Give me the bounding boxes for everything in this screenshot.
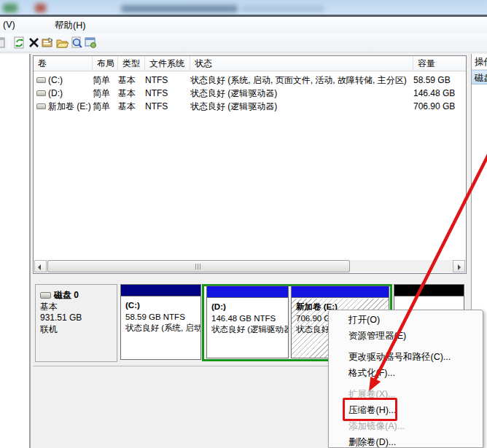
toolbar-separator (9, 36, 9, 49)
console-window-icon[interactable] (0, 36, 7, 50)
background-blur-strip (0, 0, 487, 16)
toolbar (0, 34, 487, 52)
delete-icon[interactable] (27, 36, 41, 50)
unallocated-stripe (394, 285, 464, 296)
volume-type: 基本 (118, 74, 145, 87)
partition-name: (C:) (125, 300, 200, 312)
volume-status: 状态良好 (逻辑驱动器) (190, 87, 413, 100)
column-header-capacity[interactable]: 容量 (413, 56, 466, 71)
console-tree-pane[interactable] (0, 54, 31, 448)
disk-status: 联机 (40, 324, 117, 336)
partition-name: (D:) (211, 302, 288, 313)
volume-context-menu: 打开(O) 资源管理器(E) 更改驱动器号和路径(C)... 格式化(F)...… (328, 310, 483, 448)
menu-bar: (V) 帮助(H) (0, 17, 487, 34)
logical-drive-stripe (292, 286, 389, 298)
menu-separator (348, 383, 481, 384)
disk-size: 931.51 GB (40, 313, 117, 324)
blur-blob-red (35, 4, 46, 12)
horizontal-scrollbar[interactable] (34, 260, 465, 272)
menu-item-change-drive-letter[interactable]: 更改驱动器号和路径(C)... (329, 349, 483, 365)
menu-item-view[interactable]: (V) (3, 20, 15, 30)
volume-name: (D:) (48, 88, 63, 98)
volume-capacity: 706.90 GB (413, 100, 466, 113)
open-folder-icon[interactable] (55, 36, 69, 50)
menu-item-explorer[interactable]: 资源管理器(E) (329, 328, 483, 344)
scrollbar-grip (195, 264, 202, 270)
help-search-icon[interactable] (70, 36, 84, 50)
volume-filesystem: NTFS (145, 100, 190, 113)
menu-item-format[interactable]: 格式化(F)... (329, 365, 483, 381)
shrink-volume-highlight-box (343, 398, 397, 421)
column-header-filesystem[interactable]: 文件系统 (145, 56, 190, 71)
column-header-layout[interactable]: 布局 (93, 56, 118, 71)
blur-blob-green (3, 4, 17, 12)
scroll-right-button[interactable] (453, 260, 465, 272)
volume-filesystem: NTFS (145, 87, 190, 100)
actions-pane-title: 操作 (472, 54, 487, 70)
settings-window-icon[interactable] (84, 36, 98, 50)
disk-type: 基本 (40, 302, 117, 313)
partition-status: 状态良好 (逻辑驱动器) (211, 324, 288, 336)
volume-list: 卷 布局 类型 文件系统 状态 容量 (C:) 简单 基本 NTFS 状态良好 … (33, 55, 467, 274)
menu-item-delete-volume[interactable]: 删除卷(D)... (329, 434, 483, 448)
primary-partition-stripe (121, 285, 200, 296)
scrollbar-thumb[interactable] (47, 260, 350, 272)
volume-layout: 简单 (93, 74, 118, 87)
menu-item-help[interactable]: 帮助(H) (55, 20, 85, 32)
disk-name: 磁盘 0 (54, 290, 79, 300)
volume-type: 基本 (118, 100, 145, 113)
partition-capacity: 58.59 GB NTFS (125, 312, 200, 323)
disk0-header-cell[interactable]: 磁盘 0 基本 931.51 GB 联机 (35, 284, 117, 362)
partition-d[interactable]: (D:) 146.48 GB NTFS 状态良好 (逻辑驱动器) (206, 286, 289, 358)
volume-type: 基本 (118, 87, 145, 100)
column-header-volume[interactable]: 卷 (34, 56, 93, 71)
volume-drive-icon (36, 103, 46, 109)
volume-status: 状态良好 (系统, 启动, 页面文件, 活动, 故障转储, 主分区) (190, 74, 413, 87)
volume-name: 新加卷 (E:) (48, 101, 91, 111)
disk-icon (40, 292, 51, 299)
volume-status: 状态良好 (逻辑驱动器) (190, 100, 413, 113)
blur-blob-text2 (241, 6, 324, 12)
blur-blob-text (121, 5, 238, 12)
properties-icon[interactable] (41, 36, 55, 50)
refresh-icon[interactable] (12, 36, 26, 50)
scroll-left-button[interactable] (34, 260, 47, 272)
volume-drive-icon (36, 77, 46, 83)
column-header-status[interactable]: 状态 (190, 56, 413, 71)
column-header-type[interactable]: 类型 (118, 56, 145, 71)
menu-item-open[interactable]: 打开(O) (329, 312, 483, 328)
volume-layout: 简单 (93, 100, 118, 113)
partition-capacity: 146.48 GB NTFS (211, 313, 288, 325)
volume-name: (C:) (48, 75, 63, 85)
actions-item-disk-management[interactable]: 磁盘管理 (472, 70, 487, 85)
volume-filesystem: NTFS (145, 74, 190, 87)
volume-capacity: 58.59 GB (413, 74, 466, 87)
volume-drive-icon (36, 90, 46, 96)
volume-capacity: 146.48 GB (413, 87, 466, 100)
menu-separator (348, 346, 481, 347)
partition-c[interactable]: (C:) 58.59 GB NTFS 状态良好 (系统, 启动, 页面文件, (120, 284, 201, 360)
partition-status: 状态良好 (系统, 启动, 页面文件, (125, 323, 200, 334)
volume-layout: 简单 (93, 87, 118, 100)
logical-drive-stripe (207, 286, 288, 298)
